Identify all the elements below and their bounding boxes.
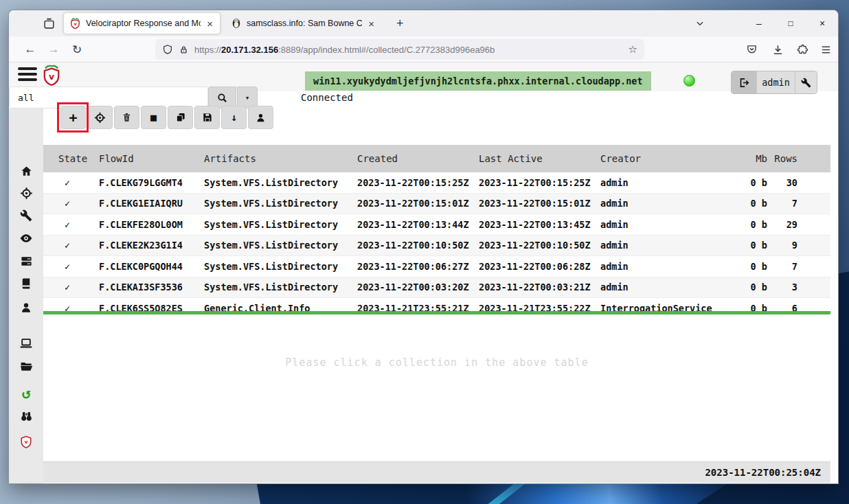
table-row[interactable]: ✓F.CLEKG79LGGMT4System.VFS.ListDirectory…: [43, 172, 830, 194]
column-header-created[interactable]: Created: [351, 153, 473, 164]
svg-text:v: v: [25, 439, 28, 445]
sidebar-item-users[interactable]: [9, 299, 43, 316]
eye-icon: [19, 231, 33, 245]
table-cell: System.VFS.ListDirectory: [198, 261, 351, 272]
username-button[interactable]: admin: [756, 71, 795, 93]
tab-close-icon[interactable]: ×: [205, 18, 214, 30]
logout-button[interactable]: [732, 71, 756, 93]
tab-title: samsclass.info: Sam Bowne Cla: [247, 19, 362, 28]
stop-button[interactable]: ■: [141, 106, 166, 129]
export-button[interactable]: ↓: [221, 106, 247, 129]
url-bar[interactable]: https://20.171.32.156:8889/app/index.htm…: [155, 39, 644, 60]
column-header-creator[interactable]: Creator: [595, 153, 745, 164]
state-check-icon: ✓: [43, 303, 91, 311]
tab-title: Velociraptor Response and Mon: [86, 19, 201, 28]
tab-close-icon[interactable]: ×: [367, 18, 376, 30]
table-cell: System.VFS.ListDirectory: [198, 282, 351, 293]
pane-resizer-divider[interactable]: [43, 311, 830, 314]
sidebar-item-home[interactable]: [9, 163, 43, 179]
table-cell: F.CLEKG1EIAIQRU: [91, 198, 198, 209]
penguin-favicon-icon: [231, 18, 242, 29]
sidebar-item-host-info[interactable]: [9, 335, 43, 352]
table-row[interactable]: ✓F.CLEKG1EIAIQRUSystem.VFS.ListDirectory…: [43, 194, 830, 215]
pocket-icon[interactable]: [741, 36, 762, 62]
sidebar-item-dashboard[interactable]: [9, 230, 43, 247]
downloads-icon[interactable]: [767, 36, 788, 62]
bookmark-star-icon[interactable]: ☆: [629, 43, 637, 56]
svg-text:v: v: [49, 71, 54, 82]
table-row[interactable]: ✓F.CLEKFE28OL0OMSystem.VFS.ListDirectory…: [43, 214, 830, 236]
tab-samsclass[interactable]: samsclass.info: Sam Bowne Cla ×: [225, 13, 381, 34]
table-cell: F.CLEKE2K23G1I4: [91, 240, 198, 251]
settings-wrench-icon[interactable]: [795, 71, 817, 93]
table-row[interactable]: ✓F.CLEKE2K23G1I4System.VFS.ListDirectory…: [43, 236, 830, 257]
table-cell: 2023-11-22T00:13:45Z: [473, 219, 595, 230]
table-cell: 2023-11-22T00:15:01Z: [473, 198, 595, 209]
state-check-icon: ✓: [43, 261, 91, 272]
crosshair-icon: [20, 187, 33, 200]
column-header-state[interactable]: State: [43, 153, 91, 164]
sidebar-item-artifacts[interactable]: [9, 207, 43, 224]
table-cell: admin: [595, 177, 745, 188]
table-cell: F.CLEKFE28OL0OM: [91, 219, 198, 230]
maximize-button[interactable]: □: [775, 19, 806, 28]
table-cell: 2023-11-22T00:06:27Z: [351, 261, 473, 272]
column-header-rows[interactable]: Rows: [769, 153, 800, 164]
user-flows-button[interactable]: [248, 106, 273, 129]
table-cell: 0 b: [745, 282, 769, 293]
velociraptor-app: v all ▾ win11.xyukydydmljefjvnjh2lcntsfa…: [9, 62, 838, 483]
sidebar-item-hunts[interactable]: [9, 185, 43, 201]
sidebar-item-about[interactable]: v: [9, 434, 43, 450]
table-cell: System.VFS.ListDirectory: [198, 198, 351, 209]
velociraptor-logo-icon[interactable]: v: [42, 65, 61, 88]
table-cell: 2023-11-22T00:03:21Z: [473, 282, 595, 293]
sidebar-item-server-events[interactable]: [9, 253, 43, 269]
table-cell: InterrogationService: [595, 303, 745, 311]
extensions-puzzle-icon[interactable]: [792, 36, 813, 62]
copy-icon: [175, 112, 186, 123]
lock-icon[interactable]: [179, 45, 189, 55]
column-header-flowid[interactable]: FlowId: [91, 153, 198, 164]
table-row[interactable]: ✓F.CLEK6SS5Q82ESGeneric.Client.Info2023-…: [43, 298, 830, 311]
table-cell: System.VFS.ListDirectory: [198, 240, 351, 251]
status-bar: 2023-11-22T00:25:04Z: [43, 461, 830, 483]
sidebar-item-vfs[interactable]: [9, 358, 43, 374]
new-collection-button[interactable]: +: [60, 106, 86, 129]
back-button[interactable]: ←: [20, 36, 41, 62]
table-row[interactable]: ✓F.CLEKC0PGQOH44System.VFS.ListDirectory…: [43, 256, 830, 277]
shield-permissions-icon[interactable]: [162, 44, 173, 55]
reload-button[interactable]: ↻: [67, 36, 87, 62]
list-all-tabs-icon[interactable]: [695, 19, 705, 28]
sidebar-item-client-events[interactable]: [9, 408, 43, 424]
table-cell: 2023-11-22T00:06:28Z: [473, 261, 595, 272]
menu-hamburger-icon[interactable]: [815, 36, 836, 62]
table-cell: 2023-11-22T00:15:25Z: [351, 177, 473, 188]
stop-icon: ■: [150, 111, 157, 124]
save-button[interactable]: [194, 106, 220, 129]
column-header-artifacts[interactable]: Artifacts: [198, 153, 351, 164]
server-icon: [20, 255, 33, 268]
table-cell: admin: [595, 282, 745, 293]
close-button[interactable]: ×: [806, 18, 838, 29]
forward-button[interactable]: →: [43, 36, 64, 62]
minimize-button[interactable]: –: [743, 18, 775, 29]
state-check-icon: ✓: [43, 177, 91, 188]
firefox-view-icon[interactable]: [39, 14, 58, 32]
copy-button[interactable]: [168, 106, 193, 129]
column-header-last-active[interactable]: Last Active: [473, 153, 595, 164]
user-menu-group: admin: [731, 71, 817, 94]
column-header-mb[interactable]: Mb: [745, 153, 769, 164]
home-icon: [20, 165, 33, 178]
delete-button[interactable]: [114, 106, 139, 129]
app-menu-icon[interactable]: [18, 67, 37, 84]
tab-velociraptor[interactable]: v Velociraptor Response and Mon ×: [64, 13, 220, 34]
sidebar-item-collected[interactable]: ↺: [9, 385, 43, 402]
state-check-icon: ✓: [43, 282, 91, 293]
hostname-badge[interactable]: win11.xyukydydmljefjvnjh2lcntsfa.phxx.in…: [305, 71, 651, 91]
laptop-icon: [19, 336, 33, 350]
new-tab-button[interactable]: +: [391, 16, 409, 31]
offline-collector-button[interactable]: [87, 106, 113, 129]
table-cell: 2023-11-21T23:55:21Z: [351, 303, 473, 311]
table-row[interactable]: ✓F.CLEKAI3SF3536System.VFS.ListDirectory…: [43, 277, 830, 299]
sidebar-item-notebooks[interactable]: [9, 275, 43, 292]
